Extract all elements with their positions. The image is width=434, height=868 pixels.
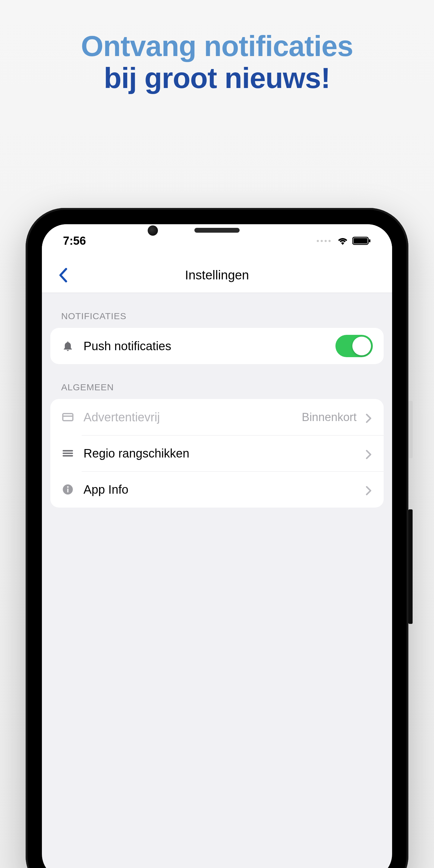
phone-speaker	[194, 228, 240, 233]
status-time: 7:56	[63, 235, 86, 247]
section-header-notifications: NOTIFICATIES	[50, 293, 384, 328]
row-app-info[interactable]: App Info	[50, 471, 384, 507]
app-info-label: App Info	[84, 483, 356, 496]
headline-line-1: Ontvang notificaties	[0, 30, 434, 62]
phone-frame: 7:56 Instellingen	[26, 208, 408, 868]
phone-volume-button	[408, 509, 412, 624]
headline-line-2: bij groot nieuws!	[0, 62, 434, 94]
phone-camera	[148, 225, 158, 236]
chevron-right-icon	[366, 450, 373, 457]
section-header-general: ALGEMEEN	[50, 364, 384, 399]
phone-power-button	[408, 401, 412, 458]
info-icon	[61, 483, 74, 496]
status-icons	[317, 237, 371, 245]
general-card: Advertentievrij Binnenkort Regio rangsch…	[50, 399, 384, 507]
bell-icon	[61, 339, 74, 352]
notifications-card: Push notificaties	[50, 328, 384, 364]
reorder-icon	[61, 447, 74, 460]
cellular-dots-icon	[317, 240, 331, 242]
svg-rect-9	[67, 489, 68, 493]
svg-rect-1	[353, 238, 367, 244]
battery-icon	[352, 237, 371, 245]
ad-free-label: Advertentievrij	[84, 410, 293, 424]
screen: 7:56 Instellingen	[42, 224, 392, 868]
chevron-right-icon	[366, 413, 373, 421]
card-icon	[61, 410, 74, 424]
reorder-region-label: Regio rangschikken	[84, 447, 356, 460]
nav-bar: Instellingen	[42, 257, 392, 293]
push-notifications-toggle[interactable]	[336, 335, 373, 357]
svg-rect-2	[369, 239, 370, 242]
ad-free-value: Binnenkort	[302, 411, 356, 424]
wifi-icon	[337, 237, 348, 245]
back-button[interactable]	[54, 266, 72, 284]
row-ad-free[interactable]: Advertentievrij Binnenkort	[50, 399, 384, 435]
row-reorder-region[interactable]: Regio rangschikken	[50, 435, 384, 471]
page-title: Instellingen	[185, 268, 249, 282]
chevron-right-icon	[366, 486, 373, 493]
svg-point-10	[67, 486, 69, 488]
svg-rect-3	[63, 413, 73, 421]
push-notifications-label: Push notificaties	[84, 339, 327, 353]
marketing-headline: Ontvang notificaties bij groot nieuws!	[0, 30, 434, 94]
row-push-notifications: Push notificaties	[50, 328, 384, 364]
